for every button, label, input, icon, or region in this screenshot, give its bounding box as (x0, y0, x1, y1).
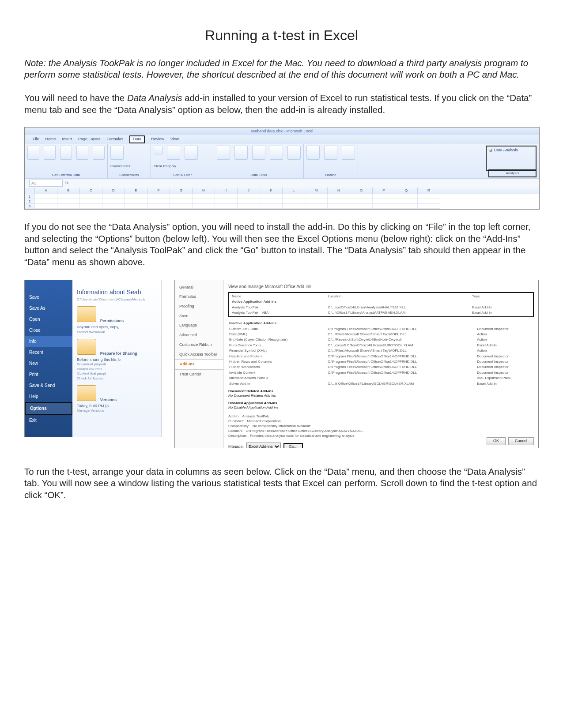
group-button[interactable] (306, 146, 320, 160)
side-recent[interactable]: Recent (25, 347, 72, 358)
opt-qat[interactable]: Quick Access Toolbar (175, 350, 223, 360)
disabled-text: No Disabled Application Add-ins (228, 405, 279, 409)
emphasis: Data Analysis (127, 93, 182, 103)
side-close[interactable]: Close (25, 325, 72, 336)
group-label: Get External Data (27, 173, 105, 177)
side-print[interactable]: Print (25, 369, 72, 380)
opt-language[interactable]: Language (175, 321, 223, 330)
ungroup-button[interactable] (324, 146, 337, 160)
fx-icon[interactable]: fx (65, 180, 68, 186)
manage-versions-button[interactable] (77, 385, 96, 401)
tab-view[interactable]: View (170, 137, 179, 142)
share-i2: Hidden columns (77, 367, 157, 372)
window-title: seaband data.xlsx - Microsoft Excel (25, 128, 539, 135)
detail-desc-l: Description: (228, 434, 247, 438)
tab-file[interactable]: File (33, 137, 39, 142)
reapply-label[interactable]: Reapply (163, 164, 176, 168)
side-open[interactable]: Open (25, 314, 72, 325)
share-btn-label: Check for Issues (77, 376, 157, 381)
tab-review[interactable]: Review (151, 137, 164, 142)
opt-formulas[interactable]: Formulas (175, 292, 223, 302)
name-box[interactable]: A1 (29, 180, 63, 187)
consolidate-button[interactable] (270, 146, 283, 160)
opt-advanced[interactable]: Advanced (175, 330, 223, 340)
manage-label: Manage: (228, 444, 244, 448)
perm-text: Anyone can open, copy, (77, 325, 119, 329)
from-other-button[interactable] (76, 146, 88, 160)
side-info[interactable]: Info (25, 336, 72, 347)
sort-button[interactable] (167, 146, 180, 160)
col-location: Location (327, 294, 471, 299)
perm-heading: Permissions (100, 319, 124, 323)
tab-page-layout[interactable]: Page Layout (78, 137, 101, 142)
detail-pub-v: Microsoft Corporation (247, 419, 280, 423)
share-i1: Document properti (77, 362, 157, 367)
row[interactable]: Analysis ToolPak (231, 305, 327, 310)
row[interactable]: Analysis ToolPak - VBA (231, 310, 327, 315)
tab-insert[interactable]: Insert (62, 137, 72, 142)
refresh-all-button[interactable] (110, 146, 124, 160)
opt-addins[interactable]: Add-Ins (175, 359, 223, 370)
tab-formulas[interactable]: Formulas (107, 137, 124, 142)
detail-loc-v: C:\Program Files\Microsoft Office\Office… (246, 429, 363, 433)
side-new[interactable]: New (25, 358, 72, 369)
side-options[interactable]: Options (25, 402, 72, 415)
options-sidebar: General Formulas Proofing Save Language … (175, 280, 224, 448)
side-save-send[interactable]: Save & Send (25, 380, 72, 391)
whatif-button[interactable] (287, 146, 301, 160)
group-label: Sort & Filter (154, 173, 211, 177)
row: C:\...\Office14\Library\Analysis\ATPVBAE… (327, 310, 471, 315)
detail-loc-l: Location: (228, 429, 242, 433)
active-heading: Active Application Add-ins (232, 300, 276, 304)
filter-button[interactable] (185, 146, 198, 160)
side-exit[interactable]: Exit (25, 415, 72, 426)
text-to-columns-button[interactable] (217, 146, 230, 160)
go-button[interactable]: Go... (283, 443, 303, 448)
info-heading: Information about Seab (77, 288, 157, 296)
side-save-as[interactable]: Save As (25, 303, 72, 314)
from-access-button[interactable] (27, 146, 39, 160)
side-save[interactable]: Save (25, 292, 72, 303)
ver-btn-label: Manage Versions (77, 409, 157, 413)
clear-label[interactable]: Clear (154, 164, 162, 168)
detail-pub-l: Publisher: (228, 419, 244, 423)
opt-proofing[interactable]: Proofing (175, 302, 223, 311)
group-label: Outline (306, 173, 355, 177)
ok-button[interactable]: OK (487, 437, 506, 445)
remove-duplicates-button[interactable] (234, 146, 248, 160)
connections-label: Connections (110, 164, 148, 169)
col-type: Type (471, 294, 531, 299)
perm-btn-label: Protect Workbook (77, 330, 157, 334)
from-text-button[interactable] (60, 146, 72, 160)
docrel-heading: Document Related Add-ins (228, 389, 273, 393)
protect-workbook-button[interactable] (77, 306, 96, 322)
opt-save[interactable]: Save (175, 311, 223, 321)
subtotal-button[interactable] (342, 146, 355, 160)
manage-select[interactable]: Excel Add-ins (246, 443, 281, 448)
existing-conn-button[interactable] (93, 146, 105, 160)
ver-text: Today, 6:46 PM (a (77, 404, 109, 408)
row: C:\...ice\Office14\Library\Analysis\ANAL… (327, 305, 471, 310)
sort-asc-icon[interactable] (154, 146, 162, 154)
group-label: Connections (110, 173, 148, 177)
from-web-button[interactable] (44, 146, 56, 160)
tab-data[interactable]: Data (129, 135, 145, 143)
ribbon-body: Get External Data Connections Connection… (25, 144, 539, 178)
data-analysis-button[interactable]: Data Analysis (494, 148, 518, 152)
backstage-main: Information about Seab C:\Users\user\Doc… (72, 280, 162, 437)
check-issues-button[interactable] (77, 339, 96, 355)
col-name: Name (231, 294, 327, 299)
detail-compat-v: No compatibility information available (253, 424, 311, 428)
share-text: Before sharing this file, b (77, 357, 121, 362)
intro-paragraph: You will need to have the Data Analysis … (24, 92, 539, 116)
cancel-button[interactable]: Cancel (508, 437, 534, 445)
group-label: Data Tools (217, 173, 301, 177)
addins-highlight-box: Name Location Type Active Application Ad… (228, 292, 534, 318)
data-validation-button[interactable] (252, 146, 265, 160)
opt-general[interactable]: General (175, 283, 223, 293)
side-help[interactable]: Help (25, 391, 72, 402)
tab-home[interactable]: Home (45, 137, 56, 142)
excel-options-screenshot: General Formulas Proofing Save Language … (174, 280, 539, 448)
opt-trust-center[interactable]: Trust Center (175, 370, 223, 379)
opt-customize-ribbon[interactable]: Customize Ribbon (175, 340, 223, 350)
